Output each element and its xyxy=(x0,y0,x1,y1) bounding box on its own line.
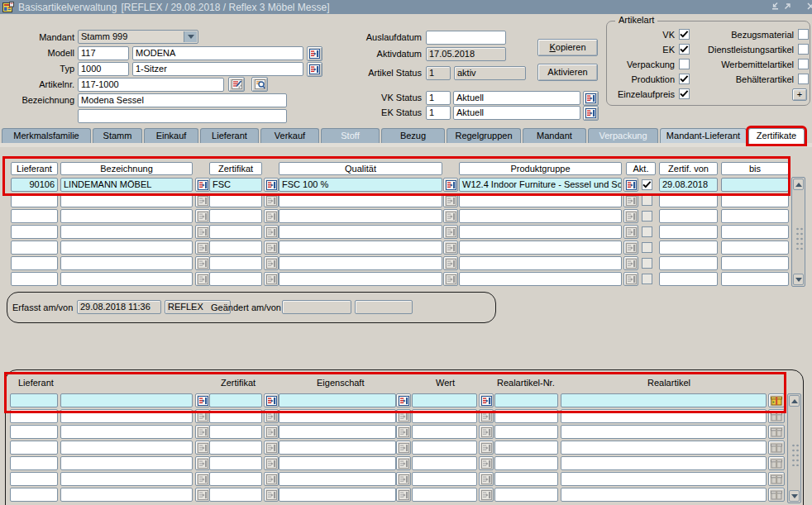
prop-cell-realartikel[interactable] xyxy=(561,393,767,407)
prop-cell-realartikel_nr[interactable] xyxy=(494,456,558,470)
cert-cell-zertif_von[interactable] xyxy=(659,225,718,239)
cert-cell-zertifikat[interactable]: FSC xyxy=(209,178,262,192)
cert-cell-bezeichnung[interactable]: LINDEMANN MÖBEL xyxy=(60,178,193,192)
tab-einkauf[interactable]: Einkauf xyxy=(144,128,198,143)
scroll-down-icon[interactable] xyxy=(789,490,800,502)
checkbox-unchecked[interactable] xyxy=(798,44,809,55)
prop-cell-lieferant_nr[interactable] xyxy=(10,441,58,455)
vk-status-nr-field[interactable]: 1 xyxy=(426,91,451,105)
checkbox-unchecked[interactable] xyxy=(798,29,809,40)
prop-cell-wert[interactable] xyxy=(412,472,477,486)
tab-zertifikate[interactable]: Zertifikate xyxy=(748,128,805,144)
modell-lookup-button[interactable] xyxy=(307,46,322,61)
tab-verkauf[interactable]: Verkauf xyxy=(260,128,319,143)
prop-cell-eigenschaft[interactable] xyxy=(279,472,396,486)
cert-cell-zertif_von[interactable] xyxy=(659,193,718,207)
prop-cell-realartikel[interactable] xyxy=(561,409,767,423)
scroll-up-icon[interactable] xyxy=(789,395,800,407)
cert-cell-zertifikat[interactable] xyxy=(209,256,262,270)
combo-dropdown-icon[interactable] xyxy=(184,31,197,42)
vk-status-lookup-button[interactable] xyxy=(583,91,599,106)
prop-cell-lieferant_name[interactable] xyxy=(60,472,193,486)
checkbox-unchecked[interactable] xyxy=(798,74,809,84)
prop-cell-lieferant_nr[interactable] xyxy=(10,472,58,486)
ek-status-nr-field[interactable]: 1 xyxy=(426,106,451,120)
cert-cell-bezeichnung[interactable] xyxy=(60,241,193,255)
checkbox-unchecked[interactable] xyxy=(798,59,809,69)
cert-cell-bezeichnung[interactable] xyxy=(60,193,193,207)
cert-cell-qualitaet[interactable] xyxy=(279,225,442,239)
cert-cell-zertif_von[interactable] xyxy=(659,209,718,223)
prop-cell-eigenschaft[interactable] xyxy=(279,488,396,502)
cert-cell-produktgruppe[interactable] xyxy=(459,193,622,207)
prop-cell-realartikel[interactable] xyxy=(561,441,767,455)
prop-lookup-button[interactable] xyxy=(479,393,494,407)
cert-lookup-button[interactable] xyxy=(623,178,638,192)
artikelart-plus-button[interactable]: + xyxy=(792,88,807,101)
prop-cell-eigenschaft[interactable] xyxy=(279,441,396,455)
tab-mandant[interactable]: Mandant xyxy=(523,128,586,143)
cert-cell-bis[interactable] xyxy=(721,225,789,239)
prop-cell-realartikel_nr[interactable] xyxy=(494,472,558,486)
prop-cell-zertifikat[interactable] xyxy=(209,456,262,470)
cert-cell-produktgruppe[interactable]: W12.4 Indoor Furniture - Sessel und Sof xyxy=(459,178,622,192)
prop-cell-zertifikat[interactable] xyxy=(209,393,262,407)
cert-cell-bis[interactable] xyxy=(721,241,789,255)
cert-cell-lieferant[interactable] xyxy=(11,256,58,270)
cert-cell-lieferant[interactable] xyxy=(11,241,58,255)
checkbox-checked[interactable] xyxy=(679,44,690,55)
prop-cell-realartikel_nr[interactable] xyxy=(494,409,558,423)
cert-cell-bezeichnung[interactable] xyxy=(60,225,193,239)
prop-cell-eigenschaft[interactable] xyxy=(279,393,396,407)
checkbox-checked[interactable] xyxy=(679,74,690,84)
prop-cell-wert[interactable] xyxy=(412,441,477,455)
cert-cell-qualitaet[interactable] xyxy=(279,256,442,270)
typ-name-field[interactable]: 1-Sitzer xyxy=(132,62,303,76)
cert-cell-bezeichnung[interactable] xyxy=(60,272,193,286)
modell-name-field[interactable]: MODENA xyxy=(132,46,303,60)
close-window-icon-clipped[interactable] xyxy=(806,2,812,11)
prop-cell-lieferant_name[interactable] xyxy=(60,441,193,455)
prop-cell-zertifikat[interactable] xyxy=(209,409,262,423)
prop-cell-lieferant_name[interactable] xyxy=(60,456,193,470)
tab-stamm[interactable]: Stamm xyxy=(93,128,142,143)
prop-cell-realartikel[interactable] xyxy=(561,456,767,470)
ek-status-text-field[interactable]: Aktuell xyxy=(453,106,580,120)
prop-cell-lieferant_name[interactable] xyxy=(60,488,193,502)
bezeichnung2-field[interactable] xyxy=(78,109,287,123)
cert-cell-qualitaet[interactable] xyxy=(279,272,442,286)
cert-cell-zertifikat[interactable] xyxy=(209,225,262,239)
cert-lookup-button[interactable] xyxy=(195,178,210,192)
cert-cell-bis[interactable] xyxy=(721,178,789,192)
prop-cell-lieferant_nr[interactable] xyxy=(10,393,58,407)
artikel-edit-button[interactable] xyxy=(228,77,245,92)
cert-cell-qualitaet[interactable] xyxy=(279,209,442,223)
cert-lookup-button[interactable] xyxy=(443,178,458,192)
cert-cell-lieferant[interactable] xyxy=(11,272,58,286)
prop-cell-wert[interactable] xyxy=(412,488,477,502)
prop-cell-zertifikat[interactable] xyxy=(209,488,262,502)
prop-cell-lieferant_nr[interactable] xyxy=(10,456,58,470)
modell-nr-field[interactable]: 117 xyxy=(78,46,129,60)
cert-cell-lieferant[interactable]: 90106 xyxy=(11,178,58,192)
prop-cell-realartikel_nr[interactable] xyxy=(494,425,558,439)
cert-cell-zertifikat[interactable] xyxy=(209,193,262,207)
prop-cell-wert[interactable] xyxy=(412,456,477,470)
prop-cell-eigenschaft[interactable] xyxy=(279,425,396,439)
prop-cell-lieferant_nr[interactable] xyxy=(10,409,58,423)
cert-cell-zertifikat[interactable] xyxy=(209,209,262,223)
cert-cell-zertif_von[interactable] xyxy=(659,272,718,286)
cert-cell-bezeichnung[interactable] xyxy=(60,256,193,270)
prop-cell-lieferant_name[interactable] xyxy=(60,409,193,423)
prop-cell-lieferant_name[interactable] xyxy=(60,393,193,407)
cert-lookup-button[interactable] xyxy=(264,178,279,192)
prop-cell-lieferant_nr[interactable] xyxy=(10,488,58,502)
tab-bezug[interactable]: Bezug xyxy=(381,128,445,143)
scroll-down-icon[interactable] xyxy=(793,274,804,285)
prop-table-scrollbar[interactable] xyxy=(787,393,801,503)
scroll-up-icon[interactable] xyxy=(793,179,804,190)
prop-cell-zertifikat[interactable] xyxy=(209,425,262,439)
cert-cell-lieferant[interactable] xyxy=(11,225,58,239)
typ-lookup-button[interactable] xyxy=(307,62,322,77)
prop-cell-realartikel_nr[interactable] xyxy=(494,441,558,455)
